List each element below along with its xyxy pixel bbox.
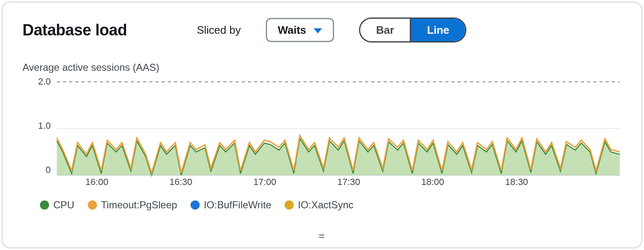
chart-area: 01.02.0 — [22, 79, 622, 175]
legend-label: IO:XactSync — [298, 199, 353, 211]
legend-item[interactable]: Timeout:PgSleep — [88, 199, 177, 211]
caret-down-icon — [314, 28, 322, 33]
legend-item[interactable]: CPU — [40, 199, 74, 211]
legend-item[interactable]: IO:BufFileWrite — [191, 199, 271, 211]
sliced-by-value: Waits — [278, 24, 306, 37]
legend-swatch-icon — [191, 200, 200, 210]
x-tick-label: 16:00 — [85, 177, 108, 188]
chart-subtitle: Average active sessions (AAS) — [22, 62, 622, 73]
chart-legend: CPUTimeout:PgSleepIO:BufFileWriteIO:Xact… — [40, 199, 622, 211]
sliced-by-dropdown[interactable]: Waits — [266, 18, 334, 42]
x-tick-label: 18:30 — [505, 177, 528, 188]
legend-swatch-icon — [88, 200, 97, 210]
database-load-panel: Database load Sliced by Waits Bar Line A… — [2, 2, 642, 248]
chart-type-line-button[interactable]: Line — [410, 19, 465, 41]
panel-title: Database load — [22, 21, 127, 39]
resize-handle-icon[interactable]: = — [318, 230, 325, 242]
chart-plot[interactable] — [22, 79, 622, 181]
legend-item[interactable]: IO:XactSync — [285, 199, 353, 211]
x-tick-label: 17:30 — [337, 177, 360, 188]
x-axis: 16:0016:3017:0017:3018:0018:30 — [55, 175, 622, 192]
x-tick-label: 17:00 — [253, 177, 276, 188]
sliced-by-label: Sliced by — [197, 24, 241, 37]
panel-header: Database load Sliced by Waits Bar Line — [22, 18, 622, 42]
legend-label: Timeout:PgSleep — [101, 199, 177, 211]
x-tick-label: 16:30 — [169, 177, 192, 188]
chart-type-toggle: Bar Line — [359, 18, 466, 42]
panel-header-controls: Sliced by Waits Bar Line — [197, 18, 466, 42]
x-tick-label: 18:00 — [421, 177, 444, 188]
chart-type-bar-button[interactable]: Bar — [360, 19, 410, 41]
legend-swatch-icon — [285, 200, 294, 210]
legend-label: IO:BufFileWrite — [204, 199, 271, 211]
legend-swatch-icon — [40, 200, 49, 210]
legend-label: CPU — [53, 199, 74, 211]
